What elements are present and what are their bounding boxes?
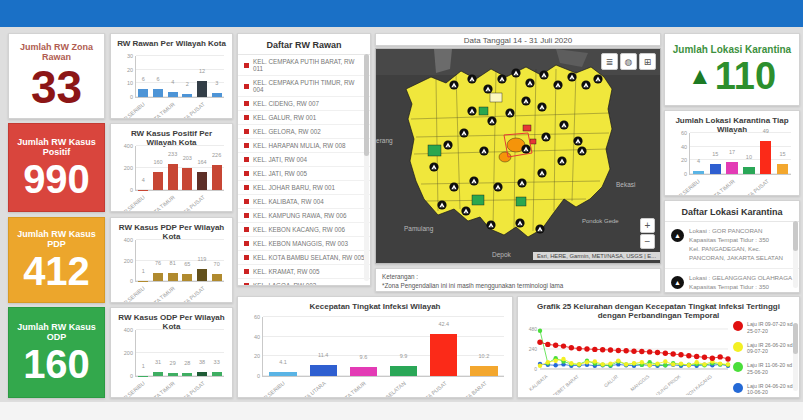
rw-rawan-list-item[interactable]: KEL. CEMPAKA PUTIH TIMUR, RW 004 [238, 76, 370, 97]
scrollbar[interactable] [793, 323, 798, 391]
bar-jakarta-utara[interactable]: 6 [151, 56, 166, 97]
quarantine-marker-icon[interactable] [429, 162, 438, 171]
quarantine-marker-icon[interactable] [461, 206, 470, 215]
quarantine-marker-icon[interactable] [537, 168, 546, 177]
quarantine-marker-icon[interactable] [559, 120, 568, 129]
rw-rawan-list-item[interactable]: KEL. KRAMAT, RW 005 [238, 265, 370, 279]
scrollbar[interactable] [364, 54, 369, 281]
quarantine-marker-icon[interactable] [467, 74, 476, 83]
bar-jakarta-timur[interactable]: 233 [165, 146, 180, 190]
rw-rawan-list-item[interactable]: KEL. JOHAR BARU, RW 001 [238, 181, 370, 195]
rw-rawan-list-item[interactable]: KEL. LAGOA, RW 003 [238, 279, 370, 286]
bar-jakarta-utara[interactable]: 31 [151, 330, 166, 376]
quarantine-marker-icon[interactable] [469, 176, 478, 185]
quarantine-marker-icon[interactable] [483, 84, 492, 93]
rw-rawan-list-item[interactable]: KEL. GELORA, RW 002 [238, 125, 370, 139]
quarantine-marker-icon[interactable] [537, 102, 546, 111]
bar-adm-kep-seribu[interactable]: 1 [136, 330, 151, 376]
legend-item[interactable]: Laju IR 04-06-20 sd 10-06-20 [733, 383, 795, 397]
rw-positif-bar-chart[interactable]: 02004004160233203164226ADM KEP.SERIBUJAK… [111, 140, 232, 211]
quarantine-marker-icon[interactable] [487, 116, 496, 125]
rw-rawan-list-item[interactable]: KEL. GALUR, RW 001 [238, 111, 370, 125]
quarantine-marker-icon[interactable] [449, 80, 458, 89]
quarantine-marker-icon[interactable] [521, 144, 530, 153]
rw-rawan-list-item[interactable]: KEL. JATI, RW 004 [238, 153, 370, 167]
bar-jakarta-selatan[interactable]: 28 [180, 330, 195, 376]
quarantine-marker-icon[interactable] [486, 220, 495, 229]
legend-item[interactable]: Laju IR 11-06-20 sd 25-06-20 [733, 362, 795, 376]
quarantine-marker-icon[interactable] [593, 74, 602, 83]
quarantine-marker-icon[interactable] [541, 132, 550, 141]
quarantine-marker-icon[interactable] [577, 146, 586, 155]
jakarta-choropleth-map[interactable]: Tangerang Pamulang Depok Bekasi Pondok G… [376, 49, 660, 263]
bar-jakarta-barat[interactable]: 33 [209, 330, 224, 376]
bar-jakarta-timur[interactable]: 9.6 [343, 317, 383, 376]
quarantine-marker-icon[interactable] [539, 70, 548, 79]
bar-jakarta-timur[interactable]: 29 [165, 330, 180, 376]
quarantine-marker-icon[interactable] [573, 136, 582, 145]
bar-jakarta-utara[interactable]: 11.4 [303, 317, 343, 376]
map-panel[interactable]: Tangerang Pamulang Depok Bekasi Pondok G… [375, 48, 661, 264]
bar-jakarta-barat[interactable]: 70 [209, 240, 224, 281]
rw-rawan-list-item[interactable]: KEL. KAMPUNG RAWA, RW 006 [238, 209, 370, 223]
quarantine-marker-icon[interactable] [521, 96, 530, 105]
quarantine-marker-icon[interactable] [553, 80, 562, 89]
bar-jakarta-selatan[interactable]: 10 [741, 133, 758, 174]
quarantine-marker-icon[interactable] [505, 108, 514, 117]
quarantine-marker-icon[interactable] [525, 78, 534, 87]
quarantine-marker-icon[interactable] [479, 146, 488, 155]
zoom-in-button[interactable]: + [640, 218, 655, 233]
rw-rawan-list-item[interactable]: KEL. KOTA BAMBU SELATAN, RW 005 [238, 251, 370, 265]
rw-rawan-list-item[interactable]: KEL. HARAPAN MULIA, RW 008 [238, 139, 370, 153]
quarantine-marker-icon[interactable] [557, 156, 566, 165]
quarantine-marker-icon[interactable] [535, 224, 544, 233]
kecepatan-bar-chart[interactable]: 02040604.111.49.69.942.410.2KAB ADM KEP.… [238, 311, 512, 397]
map-zone-green[interactable] [428, 145, 441, 156]
rw-rawan-list-item[interactable]: KEL. JATI, RW 005 [238, 167, 370, 181]
karantina-bar-chart[interactable]: 020406041517104915ADM KEP.SERIBUJAKARTA … [665, 127, 799, 195]
rw-rawan-list-item[interactable]: KEL. CIDENG, RW 007 [238, 97, 370, 111]
quarantine-marker-icon[interactable] [581, 80, 590, 89]
bar-jakarta-timur[interactable]: 4 [165, 56, 180, 97]
karantina-list-item[interactable]: ▲ Lokasi : GOR PANCORANKapasitas Tempat … [665, 222, 799, 269]
basemap-icon[interactable]: ◍ [620, 53, 637, 70]
quarantine-marker-icon[interactable] [437, 200, 446, 209]
legend-icon[interactable]: ≣ [601, 53, 618, 70]
quarantine-marker-icon[interactable] [511, 68, 520, 77]
quarantine-marker-icon[interactable] [497, 74, 506, 83]
scrollbar[interactable] [793, 221, 798, 288]
rw-rawan-list-item[interactable]: KEL. KEBON MANGGIS, RW 003 [238, 237, 370, 251]
rw-rawan-bar-chart[interactable]: 01020306642123ADM KEP.SERIBUJAKARTA TIMU… [111, 50, 232, 118]
quarantine-marker-icon[interactable] [567, 72, 576, 81]
bar-jakarta-barat[interactable]: 15 [774, 133, 791, 174]
legend-item[interactable]: Laju IR 26-06-20 sd 09-07-20 [733, 342, 795, 356]
rw-odp-bar-chart[interactable]: 020040013129283833ADM KEP.SERIBUJAKARTA … [111, 324, 232, 397]
bar-jakarta-pusat[interactable]: 38 [195, 330, 210, 376]
bar-jakarta-selatan[interactable]: 203 [180, 146, 195, 190]
temporal-line-chart[interactable]: 0240480KALIBATATEBET BARATGALURMANGGISTA… [520, 323, 734, 398]
legend-item[interactable]: Laju IR 09-07-20 sd 25-07-20 [733, 321, 795, 335]
quarantine-marker-icon[interactable] [449, 182, 458, 191]
bar-adm-kep-seribu[interactable]: 4 [136, 146, 151, 190]
quarantine-marker-icon[interactable] [493, 182, 502, 191]
bar-jakarta-selatan[interactable]: 2 [180, 56, 195, 97]
quarantine-marker-icon[interactable] [517, 178, 526, 187]
bar-jakarta-barat[interactable]: 10.2 [464, 317, 504, 376]
quarantine-marker-icon[interactable] [467, 106, 476, 115]
rw-pdp-bar-chart[interactable]: 0200400176816511970ADM KEP.SERIBUJAKARTA… [111, 234, 232, 302]
rw-rawan-list-item[interactable]: KEL. KALIBATA, RW 004 [238, 195, 370, 209]
bar-jakarta-barat[interactable]: 3 [209, 56, 224, 97]
bar-kab-adm-kep-seribu[interactable]: 4.1 [263, 317, 303, 376]
bar-jakarta-pusat[interactable]: 12 [195, 56, 210, 97]
quarantine-marker-icon[interactable] [459, 128, 468, 137]
quarantine-marker-icon[interactable] [515, 218, 524, 227]
map-zone-red[interactable] [523, 125, 531, 131]
quarantine-marker-icon[interactable] [443, 140, 452, 149]
bar-jakarta-pusat[interactable]: 42.4 [424, 317, 464, 376]
bar-jakarta-barat[interactable]: 226 [209, 146, 224, 190]
zoom-out-button[interactable]: − [640, 234, 655, 249]
rw-rawan-list-item[interactable]: KEL. CEMPAKA PUTIH BARAT, RW 011 [238, 55, 370, 76]
apps-grid-icon[interactable]: ⊞ [639, 53, 656, 70]
karantina-list-item[interactable]: ▲ Lokasi : GELANGGANG OLAHRAGAKapasitas … [665, 269, 799, 293]
rw-rawan-list-item[interactable]: KEL. KEBON KACANG, RW 006 [238, 223, 370, 237]
